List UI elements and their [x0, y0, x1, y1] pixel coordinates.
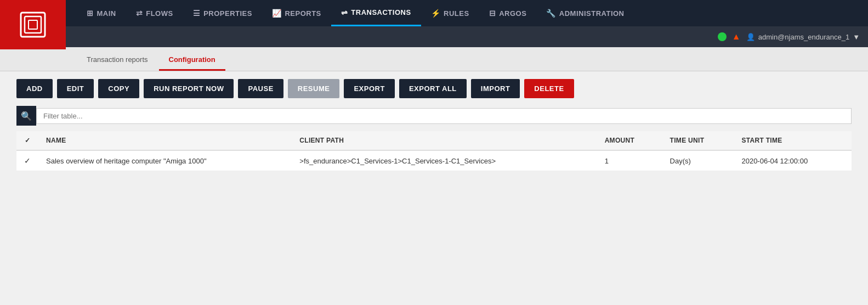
checkmark-icon: ✓	[24, 156, 31, 165]
tab-transaction-reports[interactable]: Transaction reports	[77, 50, 158, 71]
delete-button[interactable]: DELETE	[524, 79, 574, 98]
user-dropdown-icon: ▼	[853, 33, 860, 41]
col-header-client-path: CLIENT PATH	[292, 131, 597, 150]
nav-label-reports: REPORTS	[285, 9, 321, 18]
reports-icon: 📈	[272, 9, 282, 18]
nav-item-main[interactable]: ⊞ MAIN	[77, 0, 126, 26]
table-body: ✓Sales overview of heritage computer "Am…	[16, 150, 852, 171]
import-button[interactable]: IMPORT	[471, 79, 520, 98]
copy-button[interactable]: COPY	[98, 79, 139, 98]
pause-button[interactable]: PAUSE	[238, 79, 283, 98]
nav-label-transactions: TRANSACTIONS	[351, 8, 411, 16]
export-all-button[interactable]: EXPORT ALL	[399, 79, 467, 98]
col-header-name: NAME	[38, 131, 292, 150]
row-name: Sales overview of heritage computer "Ami…	[38, 150, 292, 171]
toolbar: ADD EDIT COPY RUN REPORT NOW PAUSE RESUM…	[0, 71, 868, 106]
nav-item-administration[interactable]: 🔧 ADMINISTRATION	[536, 0, 634, 26]
connection-status-icon	[718, 32, 727, 41]
user-info[interactable]: 👤 admin@njams_endurance_1 ▼	[746, 33, 860, 41]
search-box	[36, 108, 852, 124]
col-header-amount: AMOUNT	[597, 131, 662, 150]
search-icon: 🔍	[21, 111, 32, 121]
page-wrapper: ⊞ MAIN ⇄ FLOWS ☰ PROPERTIES 📈 REPORTS ⇌ …	[0, 0, 868, 171]
user-avatar-icon: 👤	[746, 33, 755, 41]
flows-icon: ⇄	[136, 9, 143, 18]
status-icons: ▲ 👤 admin@njams_endurance_1 ▼	[718, 32, 860, 42]
table-header-row: ✓ NAME CLIENT PATH AMOUNT TIME UNIT	[16, 131, 852, 150]
logo	[0, 0, 66, 49]
argos-icon: ⊟	[489, 9, 496, 18]
nav-item-reports[interactable]: 📈 REPORTS	[262, 0, 331, 26]
nav-label-rules: RULES	[444, 9, 469, 18]
row-time-unit: Day(s)	[662, 150, 734, 171]
row-amount: 1	[597, 150, 662, 171]
search-icon-box: 🔍	[16, 106, 36, 126]
run-report-now-button[interactable]: RUN REPORT NOW	[144, 79, 234, 98]
row-check[interactable]: ✓	[16, 150, 38, 171]
nav-label-properties: PROPERTIES	[203, 9, 252, 18]
table-container: ✓ NAME CLIENT PATH AMOUNT TIME UNIT	[16, 131, 852, 171]
nav-label-main: MAIN	[97, 9, 116, 18]
nav-item-properties[interactable]: ☰ PROPERTIES	[183, 0, 262, 26]
rules-icon: ⚡	[431, 9, 441, 18]
col-header-time-unit: TIME UNIT	[662, 131, 734, 150]
main-icon: ⊞	[87, 9, 94, 18]
row-start-time: 2020-06-04 12:00:00	[734, 150, 852, 171]
nav-item-argos[interactable]: ⊟ ARGOS	[479, 0, 537, 26]
col-header-check: ✓	[16, 131, 38, 150]
nav-label-flows: FLOWS	[146, 9, 173, 18]
tab-bar: Transaction reports Configuration	[0, 47, 868, 71]
edit-button[interactable]: EDIT	[57, 79, 94, 98]
table-row[interactable]: ✓Sales overview of heritage computer "Am…	[16, 150, 852, 171]
properties-icon: ☰	[193, 9, 201, 18]
transactions-icon: ⇌	[341, 8, 348, 17]
svg-rect-2	[29, 20, 37, 29]
row-client-path: >fs_endurance>C1_Services-1>C1_Services-…	[292, 150, 597, 171]
search-input[interactable]	[43, 112, 844, 120]
nav-label-administration: ADMINISTRATION	[559, 9, 625, 18]
add-button[interactable]: ADD	[16, 79, 53, 98]
nav-item-transactions[interactable]: ⇌ TRANSACTIONS	[331, 0, 421, 26]
search-bar: 🔍	[0, 106, 868, 131]
warning-icon: ▲	[732, 32, 741, 42]
user-name: admin@njams_endurance_1	[758, 33, 849, 41]
nav-item-rules[interactable]: ⚡ RULES	[421, 0, 479, 26]
top-nav: ⊞ MAIN ⇄ FLOWS ☰ PROPERTIES 📈 REPORTS ⇌ …	[0, 0, 868, 26]
nav-label-argos: ARGOS	[499, 9, 526, 18]
tab-configuration[interactable]: Configuration	[159, 50, 225, 71]
administration-icon: 🔧	[546, 9, 556, 18]
nav-item-flows[interactable]: ⇄ FLOWS	[126, 0, 183, 26]
col-header-start-time: START TIME	[734, 131, 852, 150]
svg-rect-1	[25, 16, 41, 33]
data-table: ✓ NAME CLIENT PATH AMOUNT TIME UNIT	[16, 131, 852, 171]
nav-items: ⊞ MAIN ⇄ FLOWS ☰ PROPERTIES 📈 REPORTS ⇌ …	[77, 0, 863, 26]
second-bar: ▲ 👤 admin@njams_endurance_1 ▼	[0, 26, 868, 47]
export-button[interactable]: EXPORT	[344, 79, 394, 98]
resume-button[interactable]: RESUME	[288, 79, 340, 98]
